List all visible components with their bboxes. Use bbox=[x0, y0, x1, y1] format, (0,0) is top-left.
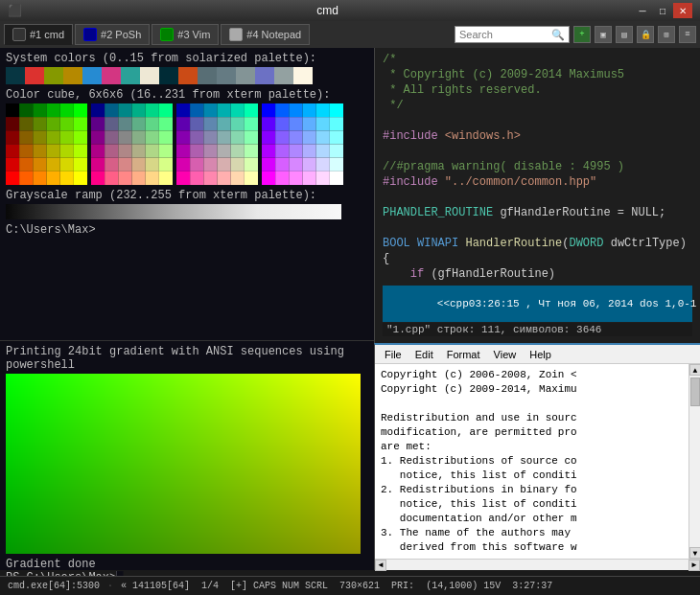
main-content: System colors (0..15 from solarized pale… bbox=[0, 48, 700, 570]
color-swatch bbox=[140, 67, 159, 84]
notepad-menu-view[interactable]: View bbox=[488, 345, 523, 363]
status-pri: PRI: bbox=[387, 581, 418, 591]
tab-posh[interactable]: #2 PoSh bbox=[75, 24, 150, 45]
color-swatch bbox=[44, 67, 63, 84]
tab-cmd-label: #1 cmd bbox=[30, 29, 64, 40]
notepad-menu-help[interactable]: Help bbox=[524, 345, 557, 363]
toolbar-menu-button[interactable]: ≡ bbox=[679, 26, 696, 43]
toolbar-lock-button[interactable]: 🔒 bbox=[637, 26, 654, 43]
color-swatch bbox=[121, 67, 140, 84]
vim-statusline2: "1.cpp" строк: 111, символов: 3646 bbox=[383, 323, 692, 336]
posh-tab-icon bbox=[83, 28, 97, 41]
notepad-content[interactable]: Copyright (c) 2006-2008, Zoin < Copyrigh… bbox=[375, 364, 700, 559]
notepad-scrollbar[interactable]: ▲ ▼ bbox=[688, 364, 700, 559]
window-title: cmd bbox=[22, 4, 633, 17]
vim-line-5 bbox=[383, 113, 692, 128]
vim-line-13: BOOL WINAPI HandlerRoutine(DWORD dwCtrlT… bbox=[383, 236, 692, 251]
terminal-section-colors: System colors (0..15 from solarized pale… bbox=[0, 48, 374, 340]
system-colors-label: System colors (0..15 from solarized pale… bbox=[6, 52, 368, 65]
vim-line-3: * All rights reserved. bbox=[383, 82, 692, 98]
app-icon: ⬛ bbox=[8, 4, 22, 18]
vim-editor[interactable]: /* * Copyright (c) 2009-2014 Maximus5 * … bbox=[374, 48, 700, 343]
color-swatch bbox=[274, 67, 293, 84]
tab-notepad[interactable]: #4 Notepad bbox=[221, 24, 310, 45]
search-input[interactable] bbox=[459, 29, 548, 40]
vim-tab-icon bbox=[160, 28, 174, 41]
status-sep1: · bbox=[107, 581, 113, 591]
search-icon: 🔍 bbox=[551, 29, 565, 41]
vim-status-text: <<cpp03:26:15 , Чт ноя 06, 2014 dos 1,0-… bbox=[437, 298, 700, 309]
vim-line-15: if (gfHandlerRoutine) bbox=[383, 266, 692, 282]
color-cube-2 bbox=[91, 103, 173, 185]
vim-line-11: PHANDLER_ROUTINE gfHandlerRoutine = NULL… bbox=[383, 205, 692, 220]
color-swatch bbox=[63, 67, 82, 84]
color-swatch bbox=[82, 67, 102, 84]
toolbar-view1-button[interactable]: ▣ bbox=[595, 26, 612, 43]
vim-line-7 bbox=[383, 144, 692, 159]
tab-vim[interactable]: #3 Vim bbox=[152, 24, 219, 45]
scroll-left-arrow[interactable]: ◄ bbox=[375, 560, 386, 571]
vim-line-9: #include "../common/common.hpp" bbox=[383, 174, 692, 190]
gradient-done-label: Gradient done bbox=[6, 558, 368, 571]
color-swatches bbox=[6, 67, 368, 84]
status-bar: cmd.exe[64]:5300 · « 141105[64] 1/4 [+] … bbox=[0, 576, 700, 595]
notepad-line-10: notice, this list of conditi bbox=[381, 497, 694, 512]
status-cursor: (14,1000) 15V bbox=[422, 581, 504, 591]
toolbar-grid-button[interactable]: ⊞ bbox=[658, 26, 675, 43]
tab-notepad-label: #4 Notepad bbox=[246, 29, 301, 40]
color-swatch bbox=[198, 67, 217, 84]
notepad-menu: File Edit Format View Help bbox=[375, 345, 700, 364]
vim-line-14: { bbox=[383, 251, 692, 266]
notepad-line-2: Copyright (c) 2009-2014, Maximu bbox=[381, 382, 694, 397]
color-swatch bbox=[217, 67, 236, 84]
scroll-up-arrow[interactable]: ▲ bbox=[689, 364, 700, 376]
toolbar-add-button[interactable]: + bbox=[573, 26, 591, 43]
notepad-line-11: documentation and/or other m bbox=[381, 512, 694, 526]
minimize-button[interactable]: ─ bbox=[633, 3, 652, 18]
scroll-down-arrow[interactable]: ▼ bbox=[689, 547, 700, 559]
notepad-line-9: 2. Redistributions in binary fo bbox=[381, 483, 694, 497]
terminal-prompt: C:\Users\Max> bbox=[6, 223, 368, 237]
notepad-tab-icon bbox=[229, 28, 243, 41]
notepad-line-4: Redistribution and use in sourc bbox=[381, 411, 694, 425]
notepad-line-7: 1. Redistributions of source co bbox=[381, 454, 694, 469]
right-panel: /* * Copyright (c) 2009-2014 Maximus5 * … bbox=[374, 48, 700, 570]
color-swatch bbox=[25, 67, 44, 84]
left-panel: System colors (0..15 from solarized pale… bbox=[0, 48, 374, 570]
color-swatch bbox=[293, 67, 313, 84]
window-controls: ─ □ ✕ bbox=[633, 3, 692, 18]
status-time: 3:27:37 bbox=[508, 581, 556, 591]
status-dims: 700×595 bbox=[336, 581, 384, 591]
tab-vim-label: #3 Vim bbox=[177, 29, 210, 40]
notepad-line-12: 3. The name of the authors may bbox=[381, 526, 694, 540]
status-fraction: 1/4 bbox=[198, 581, 222, 591]
status-flags: [+] CAPS NUM SCRL bbox=[226, 581, 332, 591]
scroll-right-arrow[interactable]: ► bbox=[688, 560, 700, 571]
maximize-button[interactable]: □ bbox=[653, 3, 672, 18]
notepad-hscroll[interactable]: ◄ ► bbox=[375, 559, 700, 570]
close-button[interactable]: ✕ bbox=[673, 3, 692, 18]
notepad-menu-format[interactable]: Format bbox=[441, 345, 486, 363]
notepad-line-13: derived from this software w bbox=[381, 540, 694, 555]
tab-cmd[interactable]: #1 cmd bbox=[4, 24, 73, 45]
color-cube-label: Color cube, 6x6x6 (16..231 from xterm pa… bbox=[6, 88, 368, 102]
notepad-line-3 bbox=[381, 397, 694, 411]
vim-statusline: <<cpp03:26:15 , Чт ноя 06, 2014 dos 1,0-… bbox=[383, 286, 692, 322]
notepad-line-8: notice, this list of conditi bbox=[381, 469, 694, 483]
vim-line-2: * Copyright (c) 2009-2014 Maximus5 bbox=[383, 67, 692, 82]
color-cube-4 bbox=[262, 103, 343, 185]
notepad-menu-edit[interactable]: Edit bbox=[409, 345, 439, 363]
color-swatch bbox=[159, 67, 178, 84]
notepad-menu-file[interactable]: File bbox=[379, 345, 408, 363]
vim-line-10 bbox=[383, 190, 692, 205]
grayscale-ramp bbox=[6, 204, 341, 219]
printing-label: Printing 24bit gradient with ANSI sequen… bbox=[6, 345, 368, 372]
status-pos: « 141105[64] bbox=[117, 581, 194, 591]
grayscale-label: Grayscale ramp (232..255 from xterm pale… bbox=[6, 189, 368, 202]
color-cube-3 bbox=[176, 103, 258, 185]
tab-posh-label: #2 PoSh bbox=[101, 29, 141, 40]
toolbar-view2-button[interactable]: ▤ bbox=[616, 26, 633, 43]
vim-line-6: #include <windows.h> bbox=[383, 128, 692, 144]
tab-bar: #1 cmd #2 PoSh #3 Vim #4 Notepad 🔍 + ▣ ▤… bbox=[0, 21, 700, 48]
scroll-thumb[interactable] bbox=[690, 378, 700, 406]
